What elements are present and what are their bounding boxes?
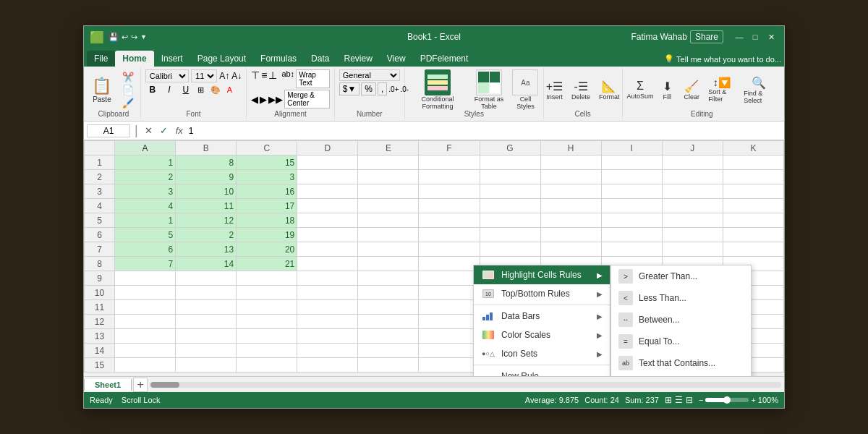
col-header-b[interactable]: B <box>176 141 237 156</box>
fill-button[interactable]: ⬇ Fill <box>656 78 678 102</box>
cell-k1[interactable] <box>723 156 783 170</box>
tab-data[interactable]: Data <box>304 51 336 67</box>
cell-f3[interactable] <box>419 184 480 199</box>
col-header-f[interactable]: F <box>419 141 480 156</box>
comma-button[interactable]: , <box>378 82 387 95</box>
cell-g4[interactable] <box>480 199 540 213</box>
cell-g6[interactable] <box>480 228 540 242</box>
cell-h7[interactable] <box>540 242 601 257</box>
cell-i2[interactable] <box>601 170 662 184</box>
cell-styles-button[interactable]: Aa Cell Styles <box>512 69 539 110</box>
cell-e5[interactable] <box>358 213 419 228</box>
cell-e1[interactable] <box>358 156 419 170</box>
zoom-in-button[interactable]: + <box>751 396 755 404</box>
tab-review[interactable]: Review <box>336 51 379 67</box>
percent-button[interactable]: % <box>361 82 376 95</box>
cell-g5[interactable] <box>480 213 540 228</box>
cell-a7[interactable]: 6 <box>115 242 176 257</box>
sort-filter-button[interactable]: ↕🔽 Sort & Filter <box>705 75 738 104</box>
cell-i3[interactable] <box>601 184 662 199</box>
cell-a2[interactable]: 2 <box>115 170 176 184</box>
col-header-e[interactable]: E <box>358 141 419 156</box>
cell-i5[interactable] <box>601 213 662 228</box>
text-contains-item[interactable]: ab Text that Contains... <box>611 352 751 374</box>
cell-f6[interactable] <box>419 228 480 242</box>
cell-e3[interactable] <box>358 184 419 199</box>
cell-k6[interactable] <box>723 228 783 242</box>
font-shrink-icon[interactable]: A↓ <box>231 71 242 81</box>
cell-c3[interactable]: 16 <box>237 184 297 199</box>
cell-a6[interactable]: 5 <box>115 228 176 242</box>
number-format-select[interactable]: General <box>339 69 400 81</box>
cell-f7[interactable] <box>419 242 480 257</box>
page-layout-view-button[interactable]: ☰ <box>675 395 683 405</box>
find-select-button[interactable]: 🔍 Find & Select <box>741 75 777 106</box>
cell-a5[interactable]: 1 <box>115 213 176 228</box>
color-scales-item[interactable]: Color Scales ▶ <box>474 326 610 344</box>
cell-k4[interactable] <box>723 199 783 213</box>
cell-c4[interactable]: 17 <box>237 199 297 213</box>
tab-view[interactable]: View <box>380 51 413 67</box>
col-header-g[interactable]: G <box>480 141 540 156</box>
cell-a1[interactable]: 1 <box>115 156 176 170</box>
cell-j6[interactable] <box>662 228 723 242</box>
equal-to-item[interactable]: = Equal To... <box>611 331 751 352</box>
cell-c7[interactable]: 20 <box>237 242 297 257</box>
cell-a8[interactable]: 7 <box>115 257 176 271</box>
cell-f2[interactable] <box>419 170 480 184</box>
cell-k7[interactable] <box>723 242 783 257</box>
cell-e7[interactable] <box>358 242 419 257</box>
cell-b1[interactable]: 8 <box>176 156 237 170</box>
cell-f1[interactable] <box>419 156 480 170</box>
cell-h5[interactable] <box>540 213 601 228</box>
bold-button[interactable]: B <box>145 84 160 95</box>
cell-g2[interactable] <box>480 170 540 184</box>
cell-h2[interactable] <box>540 170 601 184</box>
format-button[interactable]: 📐 Format <box>596 78 623 102</box>
page-break-view-button[interactable]: ⊟ <box>686 395 693 405</box>
autosum-button[interactable]: Σ AutoSum <box>627 78 654 101</box>
new-rule-item[interactable]: New Rule... <box>474 367 610 376</box>
col-header-c[interactable]: C <box>237 141 297 156</box>
cell-b3[interactable]: 10 <box>176 184 237 199</box>
cell-k5[interactable] <box>723 213 783 228</box>
cell-h1[interactable] <box>540 156 601 170</box>
cell-d3[interactable] <box>297 184 358 199</box>
cell-b6[interactable]: 2 <box>176 228 237 242</box>
name-box[interactable] <box>87 124 130 137</box>
cell-b4[interactable]: 11 <box>176 199 237 213</box>
text-direction-button[interactable]: ab↕ <box>281 69 294 88</box>
formula-input[interactable] <box>189 126 781 136</box>
font-color-button[interactable]: A <box>225 85 234 95</box>
cell-d1[interactable] <box>297 156 358 170</box>
undo-icon[interactable]: ↩ <box>122 33 128 42</box>
col-header-h[interactable]: H <box>540 141 601 156</box>
cell-f8[interactable] <box>419 257 480 271</box>
italic-button[interactable]: I <box>162 84 176 95</box>
cell-c6[interactable]: 19 <box>237 228 297 242</box>
cell-d5[interactable] <box>297 213 358 228</box>
cell-j2[interactable] <box>662 170 723 184</box>
cell-d6[interactable] <box>297 228 358 242</box>
zoom-slider[interactable] <box>705 398 749 402</box>
cell-b8[interactable]: 14 <box>176 257 237 271</box>
between-item[interactable]: ↔ Between... <box>611 309 751 331</box>
align-left-button[interactable]: ◀ <box>251 94 258 105</box>
align-bottom-button[interactable]: ⊥ <box>268 69 277 88</box>
cell-e4[interactable] <box>358 199 419 213</box>
paste-button[interactable]: 📋 Paste <box>88 74 116 106</box>
increase-decimal-button[interactable]: .0+ <box>388 85 399 93</box>
cell-k2[interactable] <box>723 170 783 184</box>
cell-j3[interactable] <box>662 184 723 199</box>
cell-f5[interactable] <box>419 213 480 228</box>
copy-button[interactable]: 📄 <box>117 84 139 96</box>
col-header-i[interactable]: I <box>601 141 662 156</box>
cell-e6[interactable] <box>358 228 419 242</box>
add-sheet-button[interactable]: + <box>133 378 148 392</box>
align-top-button[interactable]: ⊤ <box>251 69 260 88</box>
cell-d8[interactable] <box>297 257 358 271</box>
cell-g3[interactable] <box>480 184 540 199</box>
zoom-out-button[interactable]: − <box>699 396 703 404</box>
cell-c2[interactable]: 3 <box>237 170 297 184</box>
icon-sets-item[interactable]: ●○△ Icon Sets ▶ <box>474 344 610 363</box>
